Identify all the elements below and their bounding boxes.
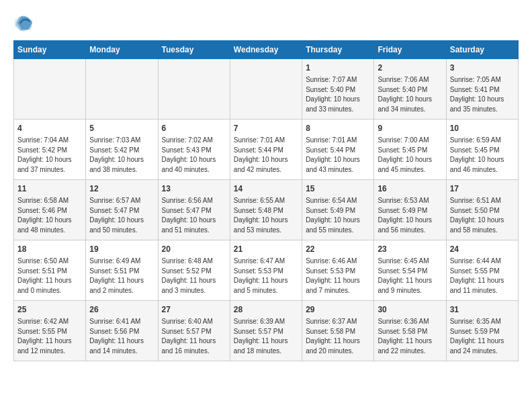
day-info: and 38 minutes. (89, 165, 154, 175)
day-number: 15 (306, 183, 370, 195)
calendar-cell: 11Sunrise: 6:58 AMSunset: 5:46 PMDayligh… (14, 180, 86, 240)
day-number: 23 (378, 244, 442, 255)
day-info: Sunset: 5:49 PM (306, 206, 370, 216)
day-info: Sunset: 5:43 PM (162, 146, 226, 156)
calendar-cell: 7Sunrise: 7:01 AMSunset: 5:44 PMDaylight… (230, 120, 302, 180)
day-info: Sunrise: 6:56 AM (162, 196, 226, 206)
day-info: and 34 minutes. (378, 105, 442, 115)
day-info: Daylight: 10 hours (162, 216, 226, 226)
calendar-cell: 21Sunrise: 6:47 AMSunset: 5:53 PMDayligh… (230, 240, 302, 301)
day-info: Daylight: 11 hours (89, 336, 154, 347)
day-info: and 46 minutes. (450, 165, 515, 175)
calendar-cell: 2Sunrise: 7:06 AMSunset: 5:40 PMDaylight… (374, 59, 446, 120)
day-info: Daylight: 11 hours (234, 336, 298, 347)
day-info: Sunset: 5:41 PM (450, 85, 515, 95)
day-info: Daylight: 10 hours (450, 155, 515, 165)
calendar-cell: 26Sunrise: 6:41 AMSunset: 5:56 PMDayligh… (86, 301, 158, 361)
day-info: Sunrise: 6:48 AM (162, 257, 226, 267)
day-info: Daylight: 11 hours (162, 276, 226, 286)
calendar-cell: 9Sunrise: 7:00 AMSunset: 5:45 PMDaylight… (374, 120, 446, 180)
week-row-1: 1Sunrise: 7:07 AMSunset: 5:40 PMDaylight… (14, 59, 519, 120)
day-info: Daylight: 11 hours (450, 276, 515, 286)
day-info: Sunset: 5:59 PM (450, 327, 515, 337)
day-info: and 11 minutes. (450, 286, 515, 296)
day-number: 17 (450, 183, 515, 195)
day-info: Sunrise: 6:51 AM (450, 196, 515, 206)
calendar-table: SundayMondayTuesdayWednesdayThursdayFrid… (13, 40, 519, 361)
day-info: and 53 minutes. (234, 226, 298, 236)
day-info: Sunrise: 7:03 AM (89, 136, 154, 146)
day-number: 28 (234, 304, 298, 316)
week-row-4: 18Sunrise: 6:50 AMSunset: 5:51 PMDayligh… (14, 240, 519, 301)
day-info: and 55 minutes. (306, 226, 370, 236)
day-info: Daylight: 10 hours (234, 155, 298, 165)
day-number: 21 (234, 244, 298, 255)
day-info: and 37 minutes. (17, 165, 82, 175)
day-info: Sunset: 5:49 PM (378, 206, 442, 216)
day-info: Daylight: 10 hours (378, 155, 442, 165)
day-info: Daylight: 10 hours (450, 216, 515, 226)
day-info: Sunrise: 7:01 AM (306, 136, 370, 146)
day-info: and 24 minutes. (450, 347, 515, 357)
day-number: 9 (378, 123, 442, 134)
calendar-cell: 13Sunrise: 6:56 AMSunset: 5:47 PMDayligh… (158, 180, 230, 240)
day-info: Daylight: 11 hours (89, 276, 154, 286)
day-info: Sunset: 5:53 PM (234, 267, 298, 277)
day-number: 19 (89, 244, 154, 255)
calendar-cell: 29Sunrise: 6:37 AMSunset: 5:58 PMDayligh… (302, 301, 374, 361)
day-info: Sunrise: 7:02 AM (162, 136, 226, 146)
calendar-cell: 12Sunrise: 6:57 AMSunset: 5:47 PMDayligh… (86, 180, 158, 240)
calendar-cell: 14Sunrise: 6:55 AMSunset: 5:48 PMDayligh… (230, 180, 302, 240)
day-info: Sunset: 5:44 PM (306, 146, 370, 156)
day-info: Sunrise: 6:57 AM (89, 196, 154, 206)
day-info: and 48 minutes. (17, 226, 82, 236)
day-info: and 51 minutes. (162, 226, 226, 236)
day-info: Sunrise: 6:53 AM (378, 196, 442, 206)
day-info: Sunset: 5:40 PM (378, 85, 442, 95)
day-header-friday: Friday (374, 41, 446, 59)
day-info: and 45 minutes. (378, 165, 442, 175)
day-number: 24 (450, 244, 515, 255)
day-info: Sunset: 5:48 PM (234, 206, 298, 216)
day-info: Sunrise: 6:39 AM (234, 317, 298, 327)
week-row-3: 11Sunrise: 6:58 AMSunset: 5:46 PMDayligh… (14, 180, 519, 240)
day-number: 14 (234, 183, 298, 195)
calendar-cell: 8Sunrise: 7:01 AMSunset: 5:44 PMDaylight… (302, 120, 374, 180)
day-info: and 40 minutes. (162, 165, 226, 175)
day-number: 5 (89, 123, 154, 134)
day-info: Sunset: 5:50 PM (450, 206, 515, 216)
calendar-cell (86, 59, 158, 120)
day-info: Daylight: 11 hours (306, 276, 370, 286)
day-info: and 56 minutes. (378, 226, 442, 236)
day-info: Sunrise: 6:58 AM (17, 196, 82, 206)
day-info: Sunrise: 6:41 AM (89, 317, 154, 327)
day-info: Sunset: 5:44 PM (234, 146, 298, 156)
day-info: Sunset: 5:57 PM (234, 327, 298, 337)
day-number: 20 (162, 244, 226, 255)
day-info: Daylight: 11 hours (306, 336, 370, 347)
day-info: Sunset: 5:57 PM (162, 327, 226, 337)
page-header (13, 13, 519, 34)
day-info: and 58 minutes. (450, 226, 515, 236)
day-info: and 9 minutes. (378, 286, 442, 296)
day-info: and 43 minutes. (306, 165, 370, 175)
day-info: Daylight: 10 hours (378, 216, 442, 226)
calendar-cell: 16Sunrise: 6:53 AMSunset: 5:49 PMDayligh… (374, 180, 446, 240)
day-info: Daylight: 10 hours (17, 216, 82, 226)
calendar-cell: 10Sunrise: 6:59 AMSunset: 5:45 PMDayligh… (446, 120, 518, 180)
calendar-cell (230, 59, 302, 120)
day-number: 2 (378, 62, 442, 74)
day-header-sunday: Sunday (14, 41, 86, 59)
day-number: 16 (378, 183, 442, 195)
day-number: 8 (306, 123, 370, 134)
day-info: and 3 minutes. (162, 286, 226, 296)
calendar-cell: 24Sunrise: 6:44 AMSunset: 5:55 PMDayligh… (446, 240, 518, 301)
calendar-cell: 20Sunrise: 6:48 AMSunset: 5:52 PMDayligh… (158, 240, 230, 301)
calendar-cell (14, 59, 86, 120)
day-number: 13 (162, 183, 226, 195)
day-info: Daylight: 10 hours (162, 155, 226, 165)
day-number: 26 (89, 304, 154, 316)
day-info: Daylight: 11 hours (450, 336, 515, 347)
day-info: Sunset: 5:51 PM (89, 267, 154, 277)
week-row-5: 25Sunrise: 6:42 AMSunset: 5:55 PMDayligh… (14, 301, 519, 361)
